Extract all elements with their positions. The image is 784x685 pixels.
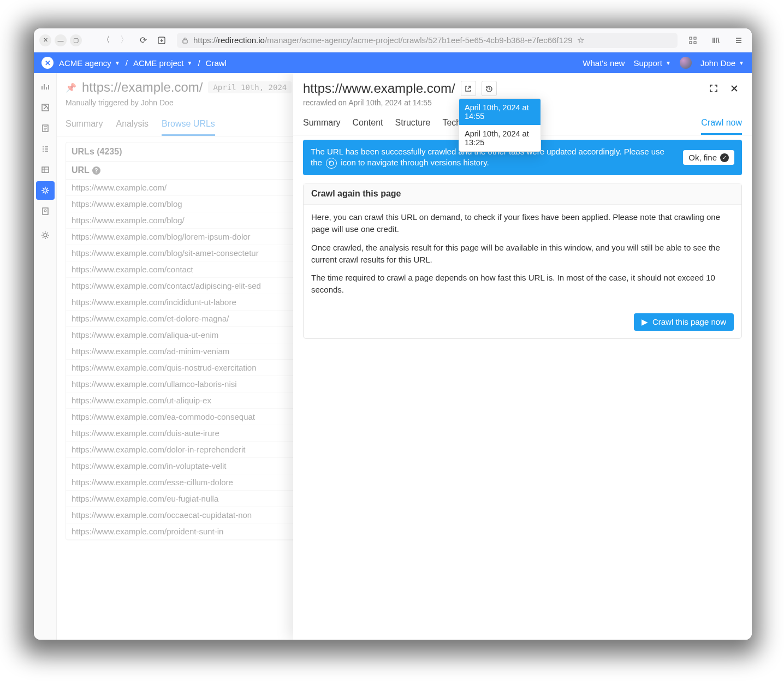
whats-new-link[interactable]: What's new <box>583 58 625 68</box>
svg-point-11 <box>44 210 46 212</box>
versions-dropdown: April 10th, 2024 at 14:55 April 10th, 20… <box>459 98 541 152</box>
forward-button[interactable]: 〉 <box>117 33 132 48</box>
chevron-down-icon: ▼ <box>666 60 671 66</box>
chevron-down-icon: ▼ <box>187 60 192 66</box>
url-path: /manager/acme-agency/acme-project/crawls… <box>265 35 573 45</box>
library-icon[interactable] <box>708 33 723 48</box>
back-button[interactable]: 〈 <box>98 33 114 48</box>
close-icon[interactable] <box>727 81 742 96</box>
breadcrumb-current: Crawl <box>206 58 227 68</box>
agency-label: ACME agency <box>59 58 111 68</box>
breadcrumb-project[interactable]: ACME project ▼ <box>133 58 192 68</box>
window-close-icon[interactable]: ✕ <box>39 34 51 46</box>
support-label: Support <box>633 58 662 68</box>
svg-rect-10 <box>43 208 48 215</box>
nav-settings-icon[interactable] <box>36 226 55 245</box>
play-icon: ▶ <box>642 317 648 327</box>
svg-rect-3 <box>694 37 696 39</box>
svg-point-12 <box>44 234 47 237</box>
svg-rect-2 <box>690 37 692 39</box>
avatar[interactable] <box>680 57 692 69</box>
address-bar[interactable]: https:// redirection.io /manager/acme-ag… <box>177 33 678 48</box>
expand-icon[interactable] <box>706 81 721 96</box>
card-title: Crawl again this page <box>304 183 741 205</box>
lock-icon <box>181 37 189 44</box>
nav-table-icon[interactable] <box>36 160 55 179</box>
nav-checklist-icon[interactable] <box>36 140 55 158</box>
crawl-now-label: Crawl this page now <box>652 317 726 326</box>
breadcrumb-agency[interactable]: ACME agency ▼ <box>59 58 120 68</box>
chevron-down-icon: ▼ <box>115 60 120 66</box>
ptab-summary[interactable]: Summary <box>303 115 340 135</box>
url-detail-panel: https://www.example.com/ <box>293 73 752 640</box>
history-inline-icon <box>326 158 337 169</box>
window-maximize-icon[interactable]: ▢ <box>70 34 82 46</box>
crawl-again-card: Crawl again this page Here, you can craw… <box>303 183 742 339</box>
svg-rect-1 <box>183 40 187 43</box>
project-label: ACME project <box>133 58 184 68</box>
check-circle-icon: ✓ <box>720 153 729 162</box>
version-option-selected[interactable]: April 10th, 2024 at 14:55 <box>459 99 541 125</box>
app-header: ✕ ACME agency ▼ / ACME project ▼ / Crawl… <box>34 52 752 73</box>
ptab-content[interactable]: Content <box>352 115 383 135</box>
history-icon[interactable] <box>482 81 497 96</box>
app-logo-icon[interactable]: ✕ <box>41 57 54 69</box>
nav-analytics-icon[interactable] <box>36 78 55 96</box>
support-menu[interactable]: Support ▼ <box>633 58 670 68</box>
svg-point-9 <box>44 189 47 192</box>
reload-button[interactable]: ⟳ <box>135 33 151 48</box>
nav-rules-icon[interactable] <box>36 98 55 117</box>
open-external-icon[interactable] <box>461 81 476 96</box>
notice-text-b: icon to navigate through versions histor… <box>341 158 489 167</box>
url-prefix: https:// <box>193 35 218 45</box>
hamburger-menu-icon[interactable] <box>731 33 746 48</box>
svg-rect-5 <box>694 41 696 44</box>
crawl-now-button[interactable]: ▶ Crawl this page now <box>634 313 734 331</box>
user-menu[interactable]: John Doe ▼ <box>700 58 744 68</box>
browser-window: ✕ — ▢ 〈 〉 ⟳ https:// redirection.io /man… <box>34 28 752 640</box>
card-p1: Here, you can crawl this URL on demand, … <box>311 211 734 235</box>
bookmark-star-icon[interactable]: ☆ <box>577 35 584 45</box>
card-p2: Once crawled, the analysis result for th… <box>311 242 734 266</box>
panel-title: https://www.example.com/ <box>303 81 455 96</box>
url-host: redirection.io <box>218 35 265 45</box>
apps-grid-icon[interactable] <box>685 33 700 48</box>
svg-rect-8 <box>42 167 49 172</box>
chevron-down-icon: ▼ <box>739 60 744 66</box>
browser-chrome: ✕ — ▢ 〈 〉 ⟳ https:// redirection.io /man… <box>34 28 752 52</box>
version-option[interactable]: April 10th, 2024 at 13:25 <box>459 125 541 151</box>
window-minimize-icon[interactable]: — <box>55 34 67 46</box>
ok-fine-button[interactable]: Ok, fine ✓ <box>683 150 734 165</box>
ptab-structure[interactable]: Structure <box>395 115 431 135</box>
nav-crawl-icon[interactable] <box>36 181 55 200</box>
nav-document-icon[interactable] <box>36 119 55 138</box>
card-p3: The time required to crawl a page depend… <box>311 272 734 296</box>
nav-report-icon[interactable] <box>36 202 55 221</box>
ptab-crawl-now[interactable]: Crawl now <box>701 115 742 135</box>
sidenav <box>34 73 57 640</box>
user-label: John Doe <box>700 58 735 68</box>
install-app-icon[interactable] <box>154 33 169 48</box>
ok-label: Ok, fine <box>688 153 717 162</box>
svg-rect-4 <box>690 41 692 44</box>
